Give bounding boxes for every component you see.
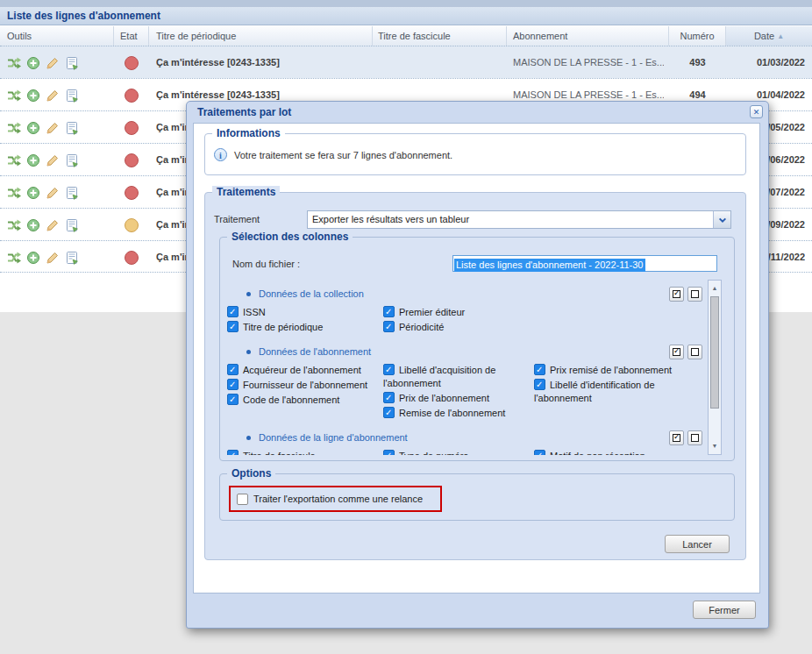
column-checkbox-item[interactable]: Acquéreur de l'abonnement [227, 364, 383, 377]
row-tools [7, 144, 112, 176]
form-export-icon[interactable] [65, 186, 79, 200]
checked-box-icon [673, 290, 680, 298]
chevron-down-icon [717, 216, 728, 224]
checkbox-checked-icon[interactable] [227, 394, 239, 405]
column-header-titre-fascicule[interactable]: Titre de fascicule [373, 26, 507, 46]
add-icon[interactable] [26, 153, 40, 167]
form-export-icon[interactable] [65, 153, 79, 167]
select-all-button[interactable] [669, 430, 684, 445]
checkbox-checked-icon[interactable] [383, 407, 395, 418]
add-icon[interactable] [26, 186, 40, 200]
checkbox-checked-icon[interactable] [383, 392, 395, 403]
edit-pencil-icon[interactable] [46, 121, 60, 135]
column-checkbox-item[interactable]: Remise de l'abonnement [383, 407, 534, 420]
column-checkbox-item[interactable]: Premier éditeur [383, 306, 534, 319]
status-red-icon [125, 56, 139, 70]
form-export-icon[interactable] [65, 89, 79, 103]
column-header-outils[interactable]: Outils [0, 26, 114, 46]
deselect-all-button[interactable] [687, 345, 702, 359]
column-checkbox-item[interactable]: Prix remisé de l'abonnement [534, 364, 702, 377]
scrollbar-thumb[interactable] [710, 296, 719, 409]
column-checkbox-item[interactable]: Libellé d'identification de l'abonnement [534, 379, 702, 405]
add-icon[interactable] [26, 251, 40, 265]
checkbox-checked-icon[interactable] [383, 364, 395, 375]
deselect-all-button[interactable] [687, 287, 702, 302]
batch-actions-icon[interactable] [7, 218, 21, 232]
column-header-titre-periodique[interactable]: Titre de périodique [149, 26, 373, 46]
batch-actions-icon[interactable] [7, 56, 21, 70]
column-checkbox-item[interactable]: Code de l'abonnement [227, 394, 383, 407]
edit-pencil-icon[interactable] [46, 251, 60, 265]
add-icon[interactable] [26, 89, 40, 103]
checkbox-checked-icon[interactable] [227, 321, 239, 332]
vertical-scrollbar[interactable]: ▲ ▼ [708, 280, 722, 455]
close-icon[interactable]: ✕ [750, 105, 763, 118]
checkbox-checked-icon[interactable] [383, 321, 395, 332]
form-export-icon[interactable] [65, 251, 79, 265]
deselect-all-button[interactable] [687, 430, 702, 445]
launch-button[interactable]: Lancer [665, 535, 730, 553]
column-header-date[interactable]: Date▲ [726, 26, 812, 46]
table-header-row: Outils Etat Titre de périodique Titre de… [0, 26, 812, 46]
dialog-title: Traitements par lot [187, 102, 768, 123]
checkbox-checked-icon[interactable] [534, 379, 545, 390]
batch-actions-icon[interactable] [7, 251, 21, 265]
batch-actions-icon[interactable] [7, 89, 21, 103]
column-header-etat[interactable]: Etat [114, 26, 149, 46]
batch-processing-dialog: Traitements par lot ✕ Informations i Vot… [186, 101, 769, 629]
scroll-down-icon[interactable]: ▼ [709, 440, 721, 452]
checked-box-icon [673, 348, 680, 356]
edit-pencil-icon[interactable] [46, 153, 60, 167]
close-button[interactable]: Fermer [693, 601, 756, 619]
checkbox-checked-icon[interactable] [227, 306, 239, 317]
unchecked-box-icon [691, 290, 699, 298]
checkbox-label: Type de numéro [399, 451, 469, 455]
sort-asc-icon: ▲ [777, 32, 784, 40]
column-checkbox-item[interactable]: Fournisseur de l'abonnement [227, 379, 383, 392]
select-all-button[interactable] [669, 287, 684, 302]
row-tools [7, 79, 112, 111]
checkbox-checked-icon[interactable] [227, 379, 239, 390]
select-all-button[interactable] [669, 345, 684, 359]
checkbox-checked-icon[interactable] [534, 364, 545, 375]
column-checkbox-item[interactable]: Périodicité [383, 321, 534, 334]
checkbox-checked-icon[interactable] [227, 364, 239, 375]
column-checkbox-item[interactable]: Motif de non réception [534, 450, 702, 455]
form-export-icon[interactable] [65, 56, 79, 70]
checkbox-checked-icon[interactable] [227, 450, 239, 455]
column-header-abonnement[interactable]: Abonnement [507, 26, 669, 46]
column-checkbox-item[interactable]: Type de numéro [383, 450, 534, 455]
top-strip [0, 0, 812, 7]
edit-pencil-icon[interactable] [46, 218, 60, 232]
checkbox-checked-icon[interactable] [534, 450, 545, 455]
edit-pencil-icon[interactable] [46, 186, 60, 200]
column-checkbox-item[interactable]: Titre de fascicule [227, 450, 383, 455]
filename-input[interactable]: Liste des lignes d'abonnement - 2022-11-… [452, 255, 717, 272]
treatment-select[interactable]: Exporter les résultats vers un tableur [307, 210, 731, 229]
checkbox-unchecked-icon[interactable] [237, 494, 248, 505]
checkbox-checked-icon[interactable] [383, 306, 395, 317]
add-icon[interactable] [26, 56, 40, 70]
section-title: Données de l'abonnement [259, 346, 371, 357]
batch-actions-icon[interactable] [7, 153, 21, 167]
column-checkbox-item[interactable]: ISSN [227, 306, 383, 319]
checkbox-label: Prix de l'abonnement [399, 393, 489, 403]
edit-pencil-icon[interactable] [46, 56, 60, 70]
column-checkbox-item[interactable]: Libellé d'acquisition de l'abonnement [383, 364, 534, 390]
dropdown-button[interactable] [713, 211, 730, 228]
form-export-icon[interactable] [65, 121, 79, 135]
column-checkbox-item[interactable]: Titre de périodique [227, 321, 383, 334]
status-yellow-icon [125, 218, 139, 232]
batch-actions-icon[interactable] [7, 186, 21, 200]
batch-actions-icon[interactable] [7, 121, 21, 135]
date-cell: 01/03/2022 [726, 46, 805, 79]
table-row[interactable]: Ça m'intéresse [0243-1335] MAISON DE LA … [0, 46, 812, 78]
edit-pencil-icon[interactable] [46, 89, 60, 103]
checkbox-checked-icon[interactable] [383, 450, 395, 455]
add-icon[interactable] [26, 218, 40, 232]
add-icon[interactable] [26, 121, 40, 135]
column-checkbox-item[interactable]: Prix de l'abonnement [383, 392, 534, 405]
scroll-up-icon[interactable]: ▲ [709, 282, 721, 295]
form-export-icon[interactable] [65, 218, 79, 232]
column-header-numero[interactable]: Numéro [669, 26, 726, 46]
